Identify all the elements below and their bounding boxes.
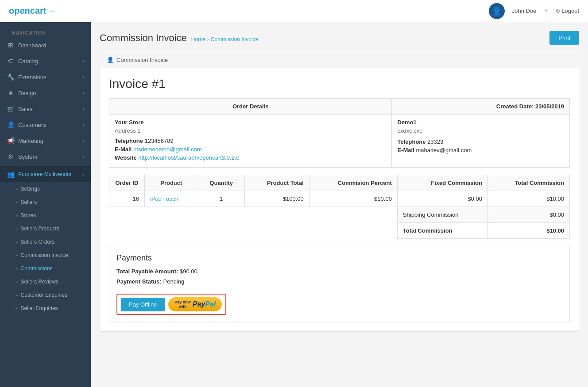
- sidebar-item-commissions[interactable]: » Commissions: [0, 262, 91, 275]
- col-product-total: Product Total: [244, 175, 309, 191]
- card-body: Invoice #1 Order Details Created Date: 2…: [100, 68, 579, 331]
- col-fixed-commission: Fixed Commission: [397, 175, 487, 191]
- logo: opencart ···: [9, 6, 54, 16]
- order-id-cell: 16: [109, 191, 145, 207]
- sidebar-item-sellers-products[interactable]: » Sellers Products: [0, 222, 91, 235]
- order-details-label: Order Details: [109, 99, 392, 115]
- layout: ≡ NAVIGATION ⊞ Dashboard 🏷 Catalog › 🔧 E…: [0, 22, 588, 387]
- sidebar-item-dashboard[interactable]: ⊞ Dashboard: [0, 37, 91, 53]
- total-payable: Total Payable Amount: $90.00: [116, 268, 562, 275]
- user-name[interactable]: John Doe: [512, 8, 537, 14]
- sidebar-item-commission-invoice[interactable]: » Commission Invoice: [0, 249, 91, 262]
- chevron-icon: ›: [82, 74, 84, 80]
- sidebar-item-catalog[interactable]: 🏷 Catalog ›: [0, 53, 91, 69]
- col-total-commission: Total Commission: [487, 175, 569, 191]
- chevron-icon: ›: [82, 154, 84, 159]
- fixed-commission-cell: $0.00: [397, 191, 487, 207]
- products-table: Order ID Product Quantity Product Total …: [109, 175, 570, 239]
- payments-title: Payments: [116, 253, 562, 263]
- sidebar-item-stores[interactable]: » Stores: [0, 209, 91, 222]
- store-info-cell: Your Store Address 1 Telephone 123456789…: [109, 115, 392, 168]
- breadcrumb-separator: ›: [207, 36, 209, 42]
- sidebar-item-sales[interactable]: 🛒 Sales ›: [0, 101, 91, 117]
- total-commission-label: Total Commission: [397, 223, 487, 239]
- page-header: Commission Invoice Home › Commission Inv…: [100, 31, 579, 45]
- payment-buttons-container: Pay Offline Pay nowwith PayPal: [116, 294, 226, 315]
- store-email: E-Mail ptsdemodemo@gmail.com: [115, 146, 386, 153]
- product-link[interactable]: iPod Touch: [150, 195, 178, 202]
- purpletree-section: 👥 Purpletree Multivendor › » Settings » …: [0, 166, 91, 315]
- customer-email: E-Mail mahadev@gmail.com: [397, 147, 564, 153]
- table-row: 16 iPod Touch 1 $100.00 $10.00 $0.00 $10…: [109, 191, 570, 207]
- extensions-icon: 🔧: [7, 73, 15, 80]
- logo-text: opencart: [9, 6, 46, 16]
- logout-icon: ⎋: [556, 8, 560, 14]
- sales-icon: 🛒: [7, 105, 15, 112]
- order-details-table: Order Details Created Date: 23/05/2019 Y…: [109, 98, 570, 168]
- paypal-logo: PayPal: [193, 300, 216, 308]
- logo-icon: ···: [48, 6, 54, 15]
- header: opencart ··· 👤 John Doe ▼ ⎋ Logout: [0, 0, 588, 22]
- page-title-area: Commission Invoice Home › Commission Inv…: [100, 32, 258, 44]
- sidebar-item-sellers[interactable]: » Sellers: [0, 195, 91, 209]
- chevron-icon: »: [15, 293, 18, 298]
- store-name: Your Store: [115, 119, 386, 126]
- customers-icon: 👤: [7, 121, 15, 128]
- logout-button[interactable]: ⎋ Logout: [556, 8, 579, 14]
- paypal-button[interactable]: Pay nowwith PayPal: [168, 297, 222, 311]
- purpletree-header[interactable]: 👥 Purpletree Multivendor ›: [0, 166, 91, 182]
- chevron-icon: »: [15, 306, 18, 311]
- total-row: Total Commission $10.00: [109, 223, 570, 239]
- col-order-id: Order ID: [109, 175, 145, 191]
- header-right: 👤 John Doe ▼ ⎋ Logout: [489, 3, 579, 19]
- chevron-icon: ›: [82, 58, 84, 64]
- col-product: Product: [145, 175, 198, 191]
- sidebar: ≡ NAVIGATION ⊞ Dashboard 🏷 Catalog › 🔧 E…: [0, 22, 91, 387]
- chevron-icon: »: [15, 240, 18, 245]
- main-content: Commission Invoice Home › Commission Inv…: [91, 22, 588, 387]
- store-telephone: Telephone 123456789: [115, 138, 386, 144]
- chevron-icon: »: [15, 226, 18, 231]
- product-total-cell: $100.00: [244, 191, 309, 207]
- sidebar-item-settings[interactable]: » Settings: [0, 182, 91, 195]
- sidebar-item-customer-enquiries[interactable]: » Customer Enquiries: [0, 288, 91, 302]
- store-address: Address 1: [115, 127, 386, 134]
- created-date-cell: Created Date: 23/05/2019: [392, 99, 570, 115]
- shipping-value: $0.00: [487, 207, 569, 223]
- sidebar-item-seller-enquiries[interactable]: » Seller Enquiries: [0, 302, 91, 315]
- chevron-icon: »: [15, 187, 18, 192]
- quantity-cell: 1: [198, 191, 244, 207]
- sidebar-item-customers[interactable]: 👤 Customers ›: [0, 117, 91, 133]
- print-button[interactable]: Print: [549, 31, 579, 45]
- breadcrumb: Home › Commission Invoice: [191, 36, 258, 42]
- avatar: 👤: [489, 3, 505, 19]
- breadcrumb-current: Commission Invoice: [211, 36, 258, 42]
- store-website: Website http://localhost/saurabh/opencar…: [115, 154, 386, 161]
- dashboard-icon: ⊞: [7, 42, 15, 49]
- chevron-icon: »: [15, 266, 18, 271]
- paynow-text: Pay nowwith: [174, 300, 191, 309]
- sidebar-item-design[interactable]: 🖥 Design ›: [0, 85, 91, 101]
- commission-percent-cell: $10.00: [309, 191, 397, 207]
- sidebar-item-sellers-reviews[interactable]: » Sellers Reviews: [0, 275, 91, 288]
- invoice-number: Invoice #1: [109, 77, 570, 91]
- total-commission-value: $10.00: [487, 223, 569, 239]
- sidebar-item-sellers-orders[interactable]: » Sellers Orders: [0, 235, 91, 249]
- chevron-icon: »: [15, 200, 18, 205]
- breadcrumb-home[interactable]: Home: [191, 36, 205, 42]
- shipping-label: Shipping Commission: [397, 207, 487, 223]
- sidebar-item-marketing[interactable]: 📢 Marketing ›: [0, 133, 91, 149]
- system-icon: ⚙: [7, 153, 15, 160]
- chevron-icon: ›: [82, 138, 84, 143]
- total-commission-cell: $10.00: [487, 191, 569, 207]
- payments-section: Payments Total Payable Amount: $90.00 Pa…: [109, 246, 570, 322]
- product-cell: iPod Touch: [145, 191, 198, 207]
- sidebar-item-system[interactable]: ⚙ System ›: [0, 149, 91, 165]
- customer-address: cxdxc cxc: [397, 127, 564, 134]
- sidebar-item-extensions[interactable]: 🔧 Extensions ›: [0, 69, 91, 85]
- purpletree-icon: 👥: [7, 171, 15, 178]
- pay-offline-button[interactable]: Pay Offline: [121, 298, 165, 311]
- chevron-right-icon: ›: [82, 172, 84, 177]
- card-header: 👤 Commission Invoice: [100, 52, 579, 68]
- chevron-icon: ›: [82, 106, 84, 111]
